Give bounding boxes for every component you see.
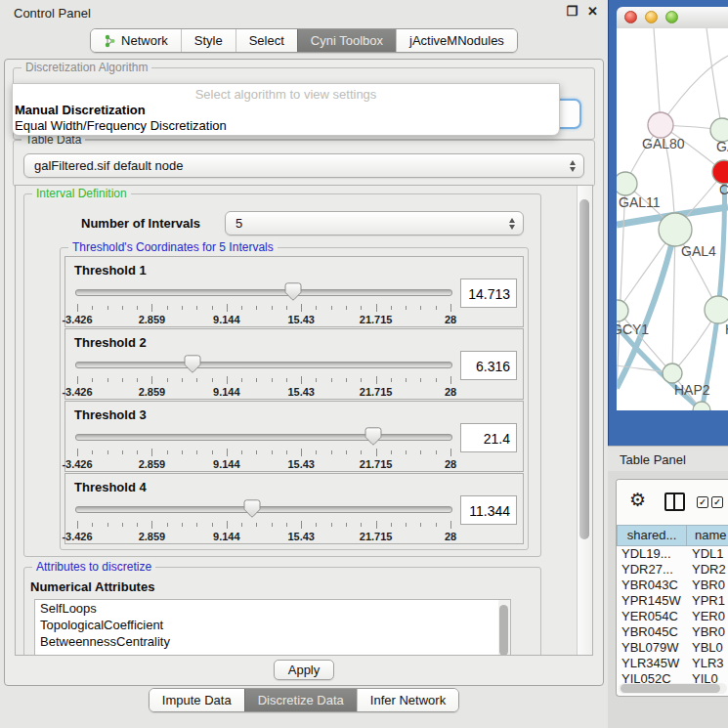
table-horizontal-scrollbar[interactable] [619, 683, 727, 694]
control-panel-titlebar: Control Panel ❐✕ [0, 0, 608, 25]
table-panel-body: ⚙ ✓ ✓ shared...name YDL19...YDL1YDR27...… [608, 471, 728, 728]
table-toolbar: ⚙ ✓ ✓ [617, 480, 728, 525]
network-edge[interactable] [654, 28, 661, 125]
threshold-value-field[interactable]: 11.344 [460, 495, 517, 525]
tab-label: Style [194, 33, 223, 48]
slider-thumb[interactable] [283, 282, 302, 303]
table-row[interactable]: YER054CYER0 [617, 609, 728, 624]
attribute-list-item[interactable]: TopologicalCoefficient [35, 617, 510, 633]
attribute-list-item[interactable]: SelfLoops [35, 600, 510, 617]
node-label: GAL11 [619, 194, 661, 210]
network-edge[interactable] [707, 28, 722, 130]
number-of-intervals-combobox[interactable]: 5 [225, 211, 524, 236]
threshold-panel: Threshold 4-3.4262.8599.14415.4321.71528… [64, 473, 524, 544]
threshold-slider[interactable]: -3.4262.8599.14415.4321.71528 [75, 425, 452, 468]
node-gcy1[interactable] [617, 300, 628, 321]
tab-style[interactable]: Style [181, 29, 236, 52]
interval-definition-group: Interval Definition Number of Intervals … [23, 193, 541, 557]
table-cell: YER0 [687, 609, 728, 624]
network-edge[interactable] [617, 184, 625, 390]
tab-jactivemnodules[interactable]: jActiveMNodules [396, 29, 517, 52]
checkbox-checked-icon[interactable]: ✓ [711, 496, 723, 508]
thresholds-group: Threshold's Coordinates for 5 Intervals … [60, 247, 529, 550]
table-row[interactable]: YDR27...YDR2 [617, 562, 728, 578]
tab-select[interactable]: Select [236, 29, 297, 52]
threshold-value-field[interactable]: 14.713 [460, 278, 517, 308]
network-edge[interactable] [661, 56, 728, 125]
gear-icon[interactable]: ⚙ [629, 489, 646, 512]
threshold-value-field[interactable]: 6.316 [460, 351, 517, 380]
node-red[interactable] [712, 160, 728, 184]
table-cell: YBL079W [617, 640, 687, 656]
node-hap2[interactable] [663, 364, 682, 383]
threshold-slider[interactable]: -3.4262.8599.14415.4321.71528 [75, 497, 452, 540]
node-gal4[interactable] [659, 213, 692, 246]
tab-cyni-toolbox[interactable]: Cyni Toolbox [297, 29, 396, 52]
close-button[interactable]: ✕ [587, 4, 598, 20]
close-light[interactable] [624, 11, 637, 23]
algorithm-menu-item[interactable]: Manual Discretization [13, 103, 559, 118]
table-panel-header: Table Panel [608, 446, 728, 471]
attribute-list-item[interactable]: BetweennessCentrality [35, 633, 510, 650]
table-cell: YLR3 [687, 656, 728, 671]
number-of-intervals-label: Number of Intervals [81, 216, 200, 231]
slider-track[interactable] [75, 362, 452, 368]
threshold-slider[interactable]: -3.4262.8599.14415.4321.71528 [75, 280, 452, 323]
table-cell: YBR0 [687, 624, 728, 640]
tab-label: Cyni Toolbox [311, 33, 383, 48]
node-h[interactable] [705, 296, 728, 323]
algorithm-dropdown-popup: Select algorithm to view settings Manual… [12, 83, 560, 136]
table-row[interactable]: YLR345WYLR3 [617, 656, 728, 671]
column-header-1[interactable]: shared... [617, 525, 687, 546]
numerical-attributes-label: Numerical Attributes [30, 579, 154, 594]
tab-label: Infer Network [370, 693, 446, 707]
table-row[interactable]: YBR045CYBR0 [617, 624, 728, 640]
table-cell: YBL0 [687, 640, 728, 656]
slider-track[interactable] [75, 289, 452, 296]
slider-thumb[interactable] [364, 427, 382, 448]
table-data-combobox[interactable]: galFiltered.sif default node [23, 153, 584, 178]
table-data-combobox-value: galFiltered.sif default node [34, 158, 183, 173]
tab-label: Select [249, 33, 284, 48]
slider-ruler [77, 521, 450, 530]
node-label: C [719, 182, 728, 197]
table-row[interactable]: YPR145WYPR1 [617, 593, 728, 609]
network-window-titlebar[interactable] [617, 7, 728, 29]
attributes-list-scrollbar[interactable] [498, 600, 510, 656]
apply-button[interactable]: Apply [274, 660, 335, 680]
table-cell: YBR043C [617, 578, 687, 593]
float-button[interactable]: ❐ [566, 4, 578, 20]
tab-impute-data[interactable]: Impute Data [150, 689, 244, 711]
tab-discretize-data[interactable]: Discretize Data [244, 689, 357, 711]
threshold-value-field[interactable]: 21.4 [460, 423, 517, 452]
top-tab-bar: NetworkStyleSelectCyni ToolboxjActiveMNo… [0, 28, 608, 53]
slider-track[interactable] [75, 434, 452, 441]
threshold-slider[interactable]: -3.4262.8599.14415.4321.71528 [75, 353, 452, 396]
checkbox-checked-icon[interactable]: ✓ [697, 496, 708, 508]
slider-track[interactable] [75, 506, 452, 513]
slider-thumb[interactable] [183, 355, 201, 375]
tab-infer-network[interactable]: Infer Network [357, 689, 458, 711]
settings-vertical-scrollbar[interactable] [577, 186, 592, 655]
zoom-light[interactable] [665, 11, 678, 23]
tab-network[interactable]: Network [91, 29, 181, 52]
algorithm-menu-item[interactable]: Equal Width/Frequency Discretization [13, 118, 559, 134]
slider-ruler [77, 376, 450, 385]
table-row[interactable]: YBL079WYBL0 [617, 640, 728, 656]
table-row[interactable]: YDL19...YDL1 [617, 546, 728, 562]
table-cell: YLR345W [617, 656, 687, 671]
node-gal80[interactable] [648, 112, 673, 138]
threshold-panel: Threshold 1-3.4262.8599.14415.4321.71528… [64, 256, 524, 327]
column-header-2[interactable]: name [687, 525, 728, 546]
minimize-light[interactable] [645, 11, 658, 23]
table-cell: YDR27... [617, 562, 687, 578]
node-gal11[interactable] [617, 172, 637, 195]
table-cell: YER054C [617, 609, 687, 624]
table-row[interactable]: YBR043CYBR0 [617, 578, 728, 593]
network-canvas[interactable]: GAL80GACGAL11GAL4GCY1HHAP2 [617, 28, 728, 410]
table-cell: YPR145W [617, 593, 687, 609]
split-pane-icon[interactable] [664, 492, 685, 511]
slider-thumb[interactable] [243, 499, 262, 520]
threshold-panel: Threshold 2-3.4262.8599.14415.4321.71528… [64, 328, 524, 400]
table-panel-title: Table Panel [620, 452, 686, 467]
